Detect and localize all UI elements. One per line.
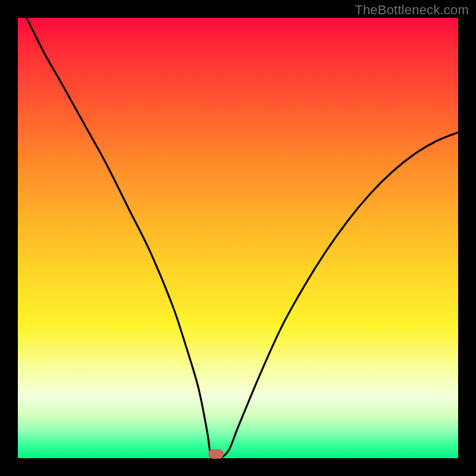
curve-path: [27, 18, 458, 458]
optimal-point-marker: [208, 449, 224, 459]
bottleneck-curve: [18, 18, 458, 458]
chart-frame: TheBottleneck.com: [0, 0, 476, 476]
watermark-text: TheBottleneck.com: [355, 2, 469, 18]
plot-area: [18, 18, 458, 458]
